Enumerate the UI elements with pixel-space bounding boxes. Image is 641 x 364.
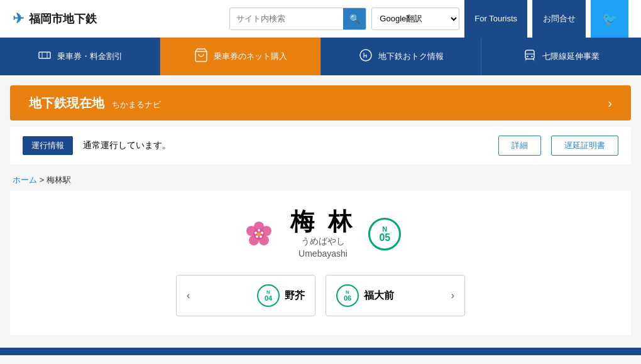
svg-point-8 bbox=[532, 55, 533, 56]
prev-station-inner: N 04 野芥 bbox=[257, 284, 305, 307]
banner-main-text: 地下鉄現在地 bbox=[29, 96, 104, 110]
station-area: 梅 林 うめばやし Umebayashi N 05 ‹ N 04 野芥 bbox=[10, 191, 631, 335]
svg-point-17 bbox=[260, 235, 262, 238]
breadcrumb-home-link[interactable]: ホーム bbox=[13, 175, 37, 185]
svg-point-4 bbox=[360, 50, 371, 61]
nav-item-info[interactable]: 地下鉄おトク情報 bbox=[321, 38, 481, 75]
delay-button[interactable]: 遅延証明書 bbox=[551, 136, 618, 156]
next-station-inner: N 06 福大前 bbox=[336, 284, 394, 307]
nav-item-tickets[interactable]: 乗車券・料金割引 bbox=[0, 38, 160, 75]
twitter-button[interactable]: 🐦 bbox=[591, 0, 628, 38]
banner-arrow-icon: › bbox=[608, 96, 612, 110]
nav-bar: 乗車券・料金割引 乗車券のネット購入 地下鉄おトク情報 bbox=[0, 38, 641, 75]
banner-text-area: 地下鉄現在地 ちかまるナビ bbox=[29, 95, 161, 112]
adjacent-stations: ‹ N 04 野芥 N 06 福大前 › bbox=[176, 275, 465, 316]
nav-label-info: 地下鉄おトク情報 bbox=[378, 51, 444, 62]
next-station-badge: N 06 bbox=[336, 284, 359, 307]
svg-point-15 bbox=[258, 229, 260, 232]
banner-sub-text: ちかまるナビ bbox=[112, 100, 161, 109]
service-text: 通常運行しています。 bbox=[83, 140, 488, 151]
fork-icon bbox=[358, 48, 373, 66]
tickets-icon bbox=[37, 48, 52, 66]
nav-label-buy: 乗車券のネット購入 bbox=[214, 51, 287, 62]
prev-station-badge: N 04 bbox=[257, 284, 280, 307]
breadcrumb-separator: > bbox=[40, 175, 47, 185]
station-badge-number: 05 bbox=[379, 233, 390, 243]
prev-arrow-icon: ‹ bbox=[187, 290, 190, 301]
station-icon bbox=[240, 215, 278, 253]
prev-badge-number: 04 bbox=[265, 295, 272, 302]
svg-point-19 bbox=[255, 232, 257, 234]
svg-rect-5 bbox=[525, 50, 534, 59]
nav-label-nanakuma: 七隈線延伸事業 bbox=[542, 51, 600, 62]
svg-rect-0 bbox=[39, 52, 50, 58]
svg-point-20 bbox=[257, 232, 261, 236]
svg-point-18 bbox=[256, 235, 258, 238]
prev-station-name: 野芥 bbox=[285, 289, 305, 302]
cart-icon bbox=[194, 48, 209, 66]
header-right: 🔍 Google翻訳 For Tourists お問合せ 🐦 bbox=[229, 0, 628, 38]
nav-item-buy[interactable]: 乗車券のネット購入 bbox=[160, 38, 320, 75]
translate-select[interactable]: Google翻訳 bbox=[371, 8, 459, 30]
nav-item-nanakuma[interactable]: 七隈線延伸事業 bbox=[481, 38, 641, 75]
next-arrow-icon: › bbox=[451, 290, 454, 301]
orange-banner[interactable]: 地下鉄現在地 ちかまるナビ › bbox=[10, 85, 631, 120]
next-station-name: 福大前 bbox=[364, 289, 394, 302]
search-button[interactable]: 🔍 bbox=[343, 8, 366, 30]
station-badge-line: N bbox=[382, 226, 387, 233]
header: ✈ 福岡市地下鉄 🔍 Google翻訳 For Tourists お問合せ 🐦 bbox=[0, 0, 641, 38]
svg-point-16 bbox=[261, 232, 263, 234]
logo-text: 福岡市地下鉄 bbox=[29, 11, 97, 26]
station-header: 梅 林 うめばやし Umebayashi N 05 bbox=[240, 210, 402, 259]
twitter-icon: 🐦 bbox=[602, 11, 618, 26]
search-input[interactable] bbox=[230, 8, 343, 29]
for-tourists-button[interactable]: For Tourists bbox=[464, 0, 527, 38]
service-badge: 運行情報 bbox=[23, 136, 73, 155]
footer-strip bbox=[0, 348, 641, 355]
detail-button[interactable]: 詳細 bbox=[498, 136, 541, 156]
service-info-bar: 運行情報 通常運行しています。 詳細 遅延証明書 bbox=[10, 127, 631, 164]
station-badge: N 05 bbox=[368, 218, 401, 250]
nav-label-tickets: 乗車券・料金割引 bbox=[57, 51, 123, 62]
next-station[interactable]: N 06 福大前 › bbox=[326, 275, 465, 316]
station-kanji: 梅 林 bbox=[290, 210, 356, 233]
next-badge-number: 06 bbox=[344, 295, 351, 302]
breadcrumb: ホーム > 梅林駅 bbox=[0, 164, 641, 191]
logo-area: ✈ 福岡市地下鉄 bbox=[13, 11, 229, 27]
station-name-block: 梅 林 うめばやし Umebayashi bbox=[290, 210, 356, 259]
breadcrumb-current: 梅林駅 bbox=[47, 175, 71, 185]
train-icon bbox=[522, 48, 537, 66]
svg-point-7 bbox=[527, 55, 529, 56]
station-roman: Umebayashi bbox=[299, 249, 348, 259]
search-box: 🔍 bbox=[229, 8, 366, 30]
prev-station[interactable]: ‹ N 04 野芥 bbox=[176, 275, 315, 316]
contact-button[interactable]: お問合せ bbox=[532, 0, 586, 38]
logo-icon: ✈ bbox=[13, 11, 24, 27]
station-kana: うめばやし bbox=[301, 236, 345, 247]
